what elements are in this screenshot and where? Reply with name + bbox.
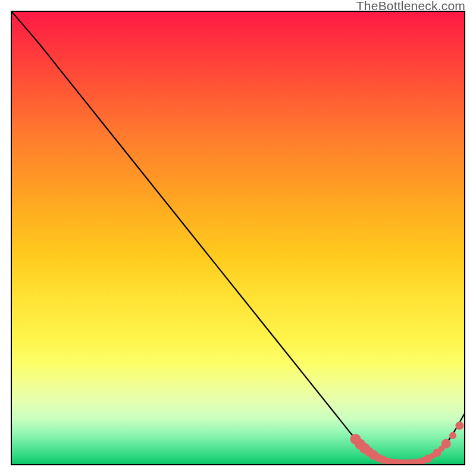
bottleneck-curve-path	[12, 12, 464, 463]
chart-stage: TheBottleneck.com	[0, 0, 476, 476]
curve-marker	[441, 439, 451, 449]
curve-markers	[350, 421, 464, 464]
curve-marker	[449, 432, 456, 439]
curve-marker	[455, 421, 464, 430]
curve-layer	[12, 12, 464, 464]
plot-area	[11, 11, 465, 465]
